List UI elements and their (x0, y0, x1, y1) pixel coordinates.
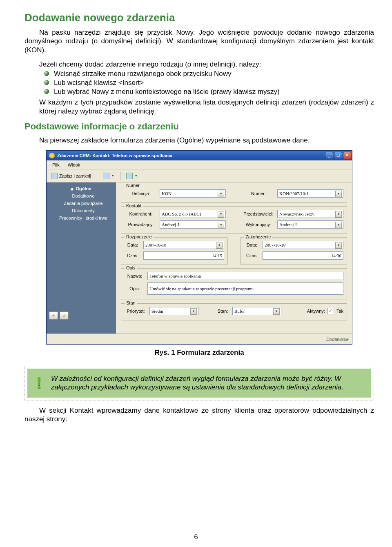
chevron-down-icon: ▼ (111, 174, 114, 178)
document-icon (103, 173, 109, 179)
link-icon (126, 173, 133, 179)
group-rozpoczecie: Rozpoczęcie Data: 2007-10-18 Czas: 14:15 (121, 237, 228, 265)
window-titlebar[interactable]: Zdarzenie CRM: Kontakt: Telefon w sprawi… (47, 151, 352, 160)
page-number: 6 (0, 533, 392, 541)
minimize-button[interactable]: _ (325, 152, 333, 159)
label-data: Data: (244, 242, 260, 247)
value-definicja: KON (162, 191, 172, 196)
group-stan: Stan Priorytet: Średni Stan: Bufor Aktyw… (121, 303, 347, 320)
maximize-button[interactable]: □ (334, 152, 342, 159)
toolbar-separator (97, 171, 97, 180)
chevron-down-icon: ▼ (134, 174, 138, 178)
menu-plik[interactable]: Plik (49, 162, 63, 168)
sidebar-add-button[interactable]: + (49, 311, 58, 320)
group-kontakt: Kontakt Kontrahent: ABC Sp. z o.o (ABC) … (121, 206, 347, 234)
value-priorytet: Średni (151, 309, 163, 314)
heading-basic-info: Podstawowe informacje o zdarzeniu (24, 121, 374, 132)
value-data-end: 2007-10-18 (265, 242, 285, 247)
field-czas-end[interactable]: 14:30 (263, 251, 343, 260)
close-button[interactable]: × (343, 152, 351, 159)
label-nazwa: Nazwa: (125, 274, 145, 278)
group-title: Rozpoczęcie (125, 234, 154, 239)
save-close-button[interactable]: Zapisz i zamknij (48, 171, 94, 181)
group-title: Numer (125, 183, 141, 188)
toolbar: Zapisz i zamknij ▼ ▼ (47, 169, 352, 182)
statusbar-mode: Dodawanie (326, 337, 349, 342)
list-item: Wcisnąć strzałkę menu rozwijanego obok p… (24, 69, 374, 78)
save-close-label: Zapisz i zamknij (59, 173, 91, 178)
field-prowadzacy[interactable]: Andrzej J. (160, 220, 226, 229)
label-numer: Numer: (242, 191, 275, 196)
value-kontrahent: ABC Sp. z o.o (ABC) (162, 211, 201, 216)
window-title: Zdarzenie CRM: Kontakt: Telefon w sprawi… (57, 153, 172, 158)
checkbox-aktywny[interactable]: ✓ (327, 308, 334, 314)
callout-text: W zależności od konfiguracji definicji z… (51, 374, 364, 392)
list-item: Lub wcisnąć klawisz <Insert> (24, 78, 374, 87)
sidebar-item-zadania[interactable]: Zadania powiązane (47, 200, 116, 207)
value-nazwa: Telefon w sprawie spotkania (149, 274, 201, 278)
toolbar-button-3[interactable]: ▼ (123, 171, 140, 181)
sidebar-item-dodatkowe[interactable]: Dodatkowe (47, 192, 116, 200)
label-data: Data: (125, 242, 141, 247)
label-czas: Czas: (244, 253, 260, 258)
field-czas-start[interactable]: 14:15 (143, 251, 224, 260)
figure-event-form: Zdarzenie CRM: Kontakt: Telefon w sprawi… (24, 150, 374, 345)
label-przedstawiciel: Przedstawiciel: (242, 211, 275, 216)
app-window: Zdarzenie CRM: Kontakt: Telefon w sprawi… (46, 150, 352, 345)
field-data-start[interactable]: 2007-10-18 (143, 241, 224, 249)
group-title: Stan (125, 300, 137, 305)
field-kontrahent[interactable]: ABC Sp. z o.o (ABC) (160, 210, 226, 218)
group-opis: Opis Nazwa: Telefon w sprawie spotkania … (121, 268, 347, 300)
group-title: Zakończenie (244, 234, 272, 239)
label-aktywny: Aktywny: (307, 309, 325, 314)
value-data-start: 2007-10-18 (145, 242, 166, 247)
toolbar-separator (120, 171, 120, 180)
bullet-list-methods: Wcisnąć strzałkę menu rozwijanego obok p… (24, 69, 374, 96)
list-item: Lub wybrać Nowy z menu kontekstowego na … (24, 87, 374, 96)
field-nazwa[interactable]: Telefon w sprawie spotkania (147, 272, 343, 280)
group-title: Opis (125, 265, 137, 270)
field-opis[interactable]: Umówić się na spotkanie w sprawie prezen… (147, 282, 343, 295)
value-numer: KON/2007/10/1 (279, 191, 309, 196)
sidebar-item-pracownicy[interactable]: Pracownicy i środki trwa (47, 214, 116, 222)
value-wykonujacy: Andrzej J. (279, 222, 298, 227)
save-icon (51, 173, 58, 179)
paragraph-list-tail: W każdym z tych przypadków zostanie wyśw… (24, 98, 374, 116)
value-czas-start: 14:15 (212, 253, 222, 258)
statusbar: Dodawanie (47, 334, 352, 344)
label-wykonujacy: Wykonujący: (242, 222, 275, 227)
exclamation-icon: ! (33, 377, 45, 389)
paragraph-kontakt-section: W sekcji Kontakt wprowadzamy dane kontak… (24, 406, 374, 424)
sidebar-nav: Ogólne Dodatkowe Zadania powiązane Dokum… (47, 182, 116, 334)
field-wykonujacy[interactable]: Andrzej J. (277, 220, 343, 229)
field-definicja[interactable]: KON (160, 189, 226, 198)
field-przedstawiciel[interactable]: Nowaczyński Jerzy (277, 210, 343, 218)
value-czas-end: 14:30 (331, 253, 341, 258)
field-priorytet[interactable]: Średni (149, 307, 198, 315)
group-zakonczenie: Zakończenie Data: 2007-10-18 Czas: 14:30 (240, 237, 347, 265)
label-tak: Tak (336, 309, 343, 314)
menubar: Plik Widok (47, 160, 352, 169)
label-definicja: Definicja: (125, 191, 157, 196)
menu-widok[interactable]: Widok (65, 162, 84, 168)
label-kontrahent: Kontrahent: (125, 211, 157, 216)
value-przedstawiciel: Nowaczyński Jerzy (279, 211, 314, 216)
heading-add-event: Dodawanie nowego zdarzenia (24, 11, 374, 24)
field-data-end[interactable]: 2007-10-18 (263, 241, 343, 249)
paragraph-list-lead: Jeżeli chcemy dodać zdarzenie innego rod… (24, 60, 374, 69)
sidebar-item-dokumenty[interactable]: Dokumenty (47, 207, 116, 214)
value-prowadzacy: Andrzej J. (162, 222, 180, 227)
form-content: Numer Definicja: KON Numer: KON/2007/10/… (116, 182, 352, 334)
toolbar-button-2[interactable]: ▼ (100, 171, 117, 181)
sidebar-item-ogolne[interactable]: Ogólne (47, 185, 116, 192)
label-stan: Stan: (216, 309, 230, 314)
paragraph-intro: Na pasku narzędzi znajduje się przycisk … (24, 28, 374, 54)
sidebar-remove-button[interactable]: × (60, 311, 69, 320)
label-opis: Opis: (125, 286, 145, 291)
label-prowadzacy: Prowadzący: (125, 222, 157, 227)
paragraph-basic-info: Na pierwszej zakładce formularza zdarzen… (24, 136, 374, 145)
field-numer[interactable]: KON/2007/10/1 (277, 189, 343, 198)
field-stan[interactable]: Bufor (232, 307, 281, 315)
callout-box: ! W zależności od konfiguracji definicji… (24, 366, 374, 400)
app-icon (49, 153, 55, 158)
